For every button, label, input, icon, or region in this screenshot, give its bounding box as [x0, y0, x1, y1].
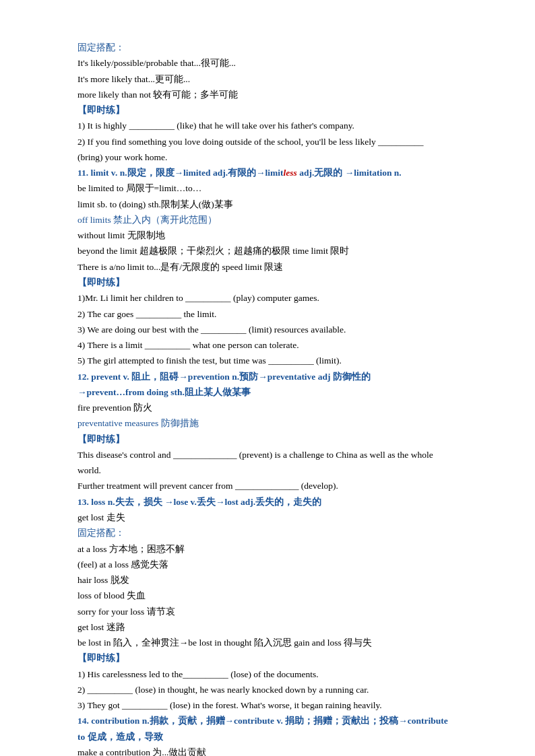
line-at-a-loss: at a loss 方本地；困惑不解	[77, 542, 481, 557]
section-14-title: 14. contribution n.捐款，贡献，捐赠→contribute v…	[77, 716, 448, 726]
practice-label-3: 【即时练】	[77, 434, 125, 444]
practice-block-loss: 【即时练】	[77, 651, 481, 666]
practice-block-limit: 【即时练】	[77, 275, 481, 290]
text-prevent-q1a: This disease's control and _____________…	[77, 450, 433, 460]
line-make-contribution: make a contribution 为...做出贡献	[77, 745, 481, 756]
text-limit-q3: 3) We are doing our best with the ______…	[77, 324, 346, 335]
prevent-q2: Further treatment will prevent cancer fr…	[77, 479, 481, 493]
section-12-header: 12. prevent v. 阻止，阻碍→prevention n.预防→pre…	[77, 370, 481, 384]
line-sorry-loss: sorry for your loss 请节哀	[77, 605, 481, 619]
text-make-contribution: make a contribution 为...做出贡献	[77, 747, 206, 756]
text-limit-q4: 4) There is a limit __________ what one …	[77, 340, 299, 350]
limit-q4: 4) There is a limit __________ what one …	[77, 338, 481, 353]
text-at-a-loss: at a loss 方本地；困惑不解	[77, 544, 185, 554]
section-14-subtitle: to 促成，造成，导致	[77, 732, 163, 742]
page-content: 固定搭配： It's likely/possible/probable that…	[77, 40, 481, 756]
line-get-lost1: get lost 走失	[77, 510, 481, 525]
text-get-lost2: get lost 迷路	[77, 622, 125, 632]
loss-q3: 3) They got __________ (lose) in the for…	[77, 698, 481, 713]
text-fire-prevention: fire prevention 防火	[77, 403, 152, 413]
text-feel-at-loss: (feel) at a loss 感觉失落	[77, 559, 168, 570]
text-limit-q2: 2) The car goes __________ the limit.	[77, 309, 216, 319]
limit-q2: 2) The car goes __________ the limit.	[77, 307, 481, 322]
line-without-limit: without limit 无限制地	[77, 228, 481, 243]
line-loss-blood: loss of blood 失血	[77, 588, 481, 603]
line-likely3: more likely than not 较有可能；多半可能	[77, 88, 481, 102]
text-be-lost-in: be lost in 陷入，全神贯注→be lost in thought 陷入…	[77, 638, 372, 648]
text-q2b: (bring) your work home.	[77, 152, 167, 162]
practice-q2b: (bring) your work home.	[77, 150, 481, 165]
prevent-q1a: This disease's control and _____________…	[77, 448, 481, 462]
text-preventative: preventative measures 防御措施	[77, 418, 199, 428]
text-q1: 1) It is highly __________ (like) that h…	[77, 121, 354, 131]
text-limited-to: be limited to 局限于=limit…to…	[77, 183, 201, 193]
text-limit-q5: 5) The girl attempted to finish the test…	[77, 355, 342, 366]
practice-block-likely: 【即时练】	[77, 103, 481, 118]
practice-label-1: 【即时练】	[77, 105, 125, 115]
line-be-lost-in: be lost in 陷入，全神贯注→be lost in thought 陷入…	[77, 635, 481, 650]
section-11-title: 11. limit v. n.限定，限度→limited adj.有限的→lim…	[77, 168, 402, 178]
text-off-limits: off limits 禁止入内（离开此范围）	[77, 215, 217, 225]
text-hair-loss: hair loss 脱发	[77, 575, 129, 585]
text-likely1: It's likely/possible/probable that...很可能…	[77, 58, 236, 68]
text-prevent-q2: Further treatment will prevent cancer fr…	[77, 481, 338, 491]
line-beyond-limit: beyond the limit 超越极限；干柴烈火；超越痛的极限 time l…	[77, 244, 481, 259]
line-no-limit: There is a/no limit to...是有/无限度的 speed l…	[77, 260, 481, 275]
loss-q2: 2) __________ (lose) in thought, he was …	[77, 683, 481, 697]
text-loss-q3: 3) They got __________ (lose) in the for…	[77, 700, 382, 710]
line-preventative: preventative measures 防御措施	[77, 416, 481, 431]
section-12-sub: →prevent…from doing sth.阻止某人做某事	[77, 385, 481, 400]
line-hair-loss: hair loss 脱发	[77, 573, 481, 588]
practice-label-2: 【即时练】	[77, 277, 125, 287]
line-likely1: It's likely/possible/probable that...很可能…	[77, 56, 481, 71]
text-likely3: more likely than not 较有可能；多半可能	[77, 90, 238, 100]
section-14-sub: to 促成，造成，导致	[77, 730, 481, 745]
text-get-lost1: get lost 走失	[77, 512, 125, 522]
limit-q5: 5) The girl attempted to finish the test…	[77, 353, 481, 368]
line-limit-sb: limit sb. to (doing) sth.限制某人(做)某事	[77, 197, 481, 212]
text-loss-q2: 2) __________ (lose) in thought, he was …	[77, 685, 369, 695]
line-fire-prevention: fire prevention 防火	[77, 401, 481, 415]
text-q2a: 2) If you find something you love doing …	[77, 137, 424, 147]
line-off-limits: off limits 禁止入内（离开此范围）	[77, 213, 481, 228]
fixed-label: 固定搭配：	[77, 42, 125, 53]
text-no-limit: There is a/no limit to...是有/无限度的 speed l…	[77, 262, 283, 272]
practice-q1: 1) It is highly __________ (like) that h…	[77, 118, 481, 133]
text-beyond-limit: beyond the limit 超越极限；干柴烈火；超越痛的极限 time l…	[77, 246, 350, 256]
line-likely2: It's more likely that...更可能...	[77, 72, 481, 87]
text-loss-q1: 1) His carelessness led to the__________…	[77, 669, 319, 679]
text-limit-q1: 1)Mr. Li limit her children to _________…	[77, 293, 319, 303]
prevent-q1b: world.	[77, 463, 481, 478]
practice-block-prevent: 【即时练】	[77, 432, 481, 447]
section-12-subtitle: →prevent…from doing sth.阻止某人做某事	[77, 387, 251, 397]
fixed-collocations-intro: 固定搭配：	[77, 40, 481, 55]
text-without-limit: without limit 无限制地	[77, 230, 165, 240]
limit-q3: 3) We are doing our best with the ______…	[77, 322, 481, 337]
text-prevent-q1b: world.	[77, 465, 101, 475]
line-feel-at-loss: (feel) at a loss 感觉失落	[77, 557, 481, 572]
loss-q1: 1) His carelessness led to the__________…	[77, 667, 481, 682]
section-11-header: 11. limit v. n.限定，限度→limited adj.有限的→lim…	[77, 166, 481, 180]
text-fixed-label2: 固定搭配：	[77, 528, 125, 538]
section-12-title: 12. prevent v. 阻止，阻碍→prevention n.预防→pre…	[77, 372, 371, 382]
text-loss-blood: loss of blood 失血	[77, 590, 146, 600]
practice-label-4: 【即时练】	[77, 653, 125, 663]
section-13-title: 13. loss n.失去，损失 →lose v.丢失→lost adj.丢失的…	[77, 497, 321, 507]
text-limit-sb: limit sb. to (doing) sth.限制某人(做)某事	[77, 199, 233, 209]
limit-q1: 1)Mr. Li limit her children to _________…	[77, 291, 481, 306]
section-14-header: 14. contribution n.捐款，贡献，捐赠→contribute v…	[77, 714, 481, 728]
section-13-header: 13. loss n.失去，损失 →lose v.丢失→lost adj.丢失的…	[77, 495, 481, 510]
line-limited-to: be limited to 局限于=limit…to…	[77, 181, 481, 196]
line-fixed-label2: 固定搭配：	[77, 526, 481, 541]
practice-q2a: 2) If you find something you love doing …	[77, 135, 481, 149]
text-sorry-loss: sorry for your loss 请节哀	[77, 607, 175, 617]
line-get-lost2: get lost 迷路	[77, 620, 481, 635]
text-likely2: It's more likely that...更可能...	[77, 74, 190, 84]
